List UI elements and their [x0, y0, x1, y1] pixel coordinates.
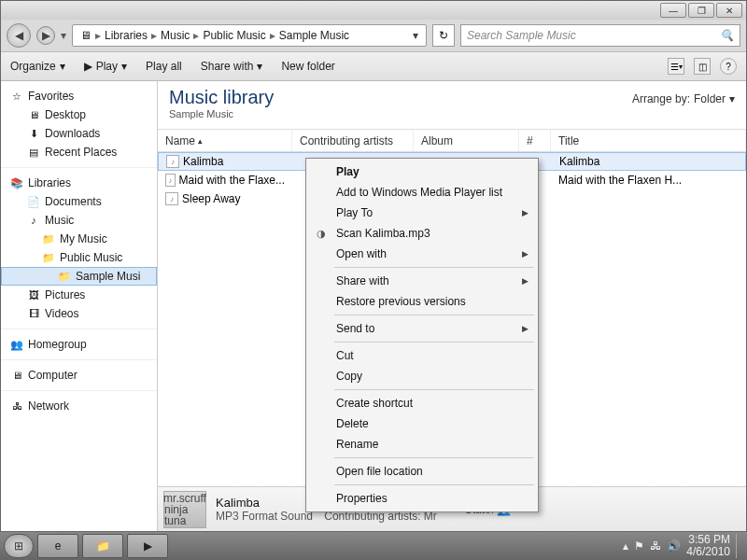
scan-icon: ◑ [314, 226, 329, 241]
recent-locations-dropdown-icon[interactable]: ▾ [61, 29, 66, 42]
menu-play[interactable]: Play [308, 161, 536, 182]
back-button[interactable]: ◀ [7, 23, 31, 48]
help-button[interactable]: ? [720, 58, 737, 75]
thumb-text: mr.scruff [163, 493, 206, 504]
tree-network[interactable]: 🖧Network [1, 397, 157, 415]
menu-play-to[interactable]: Play To▶ [308, 203, 536, 223]
audio-file-icon: ♪ [165, 192, 178, 205]
view-options-button[interactable]: ☰▾ [668, 58, 684, 75]
column-name[interactable]: Name ▴ [158, 130, 292, 151]
tree-documents[interactable]: 📄Documents [1, 192, 157, 211]
navigation-pane[interactable]: ☆Favorites 🖥Desktop ⬇Downloads ▤Recent P… [1, 81, 158, 531]
menu-delete[interactable]: Delete [308, 413, 536, 434]
title-bar: — ❐ ✕ [1, 1, 746, 20]
libraries-icon: 📚 [10, 176, 23, 189]
arrange-label: Arrange by: [632, 92, 690, 105]
tree-label: Computer [28, 369, 78, 382]
taskbar-ie-button[interactable]: e [37, 534, 78, 558]
menu-send-to[interactable]: Send to▶ [308, 318, 536, 339]
search-box[interactable]: Search Sample Music 🔍 [460, 24, 740, 47]
menu-separator [334, 484, 534, 485]
share-with-menu[interactable]: Share with ▾ [201, 60, 263, 73]
new-folder-button[interactable]: New folder [281, 60, 334, 73]
ie-icon: e [55, 539, 62, 553]
tree-sample-music[interactable]: 📁Sample Musi [1, 267, 157, 286]
explorer-body: ☆Favorites 🖥Desktop ⬇Downloads ▤Recent P… [1, 81, 746, 531]
forward-button[interactable]: ▶ [36, 26, 55, 45]
file-name: Kalimba [183, 155, 223, 168]
command-bar: Organize ▾ ▶ Play ▾ Play all Share with … [1, 51, 746, 81]
thumb-text: ninja tuna [164, 504, 205, 526]
breadcrumb-public-music[interactable]: Public Music [199, 29, 269, 42]
tree-label: Documents [45, 195, 102, 208]
tree-homegroup[interactable]: 👥Homegroup [1, 335, 157, 354]
tree-videos[interactable]: 🎞Videos [1, 304, 157, 323]
column-artists[interactable]: Contributing artists [292, 130, 414, 151]
tree-label: Homegroup [28, 338, 87, 351]
menu-share-with[interactable]: Share with▶ [308, 271, 536, 291]
menu-separator [334, 342, 534, 343]
menu-scan[interactable]: ◑Scan Kalimba.mp3 [308, 223, 536, 244]
tray-hidden-icons-icon[interactable]: ▴ [623, 539, 628, 553]
breadcrumb-libraries[interactable]: Libraries [101, 29, 151, 42]
tree-computer[interactable]: 🖥Computer [1, 366, 157, 385]
menu-open-with[interactable]: Open with▶ [308, 244, 536, 264]
start-button[interactable]: ⊞ [4, 534, 34, 558]
tree-pictures[interactable]: 🖼Pictures [1, 286, 157, 304]
tree-desktop[interactable]: 🖥Desktop [1, 105, 157, 124]
tree-my-music[interactable]: 📁My Music [1, 230, 157, 248]
column-track-number[interactable]: # [519, 130, 551, 151]
file-name: Maid with the Flaxe... [179, 174, 285, 187]
system-tray[interactable]: ▴ ⚑ 🖧 🔊 3:56 PM 4/6/2010 [623, 534, 743, 558]
column-title[interactable]: Title [551, 130, 746, 151]
show-desktop-button[interactable] [736, 534, 743, 558]
tree-label: Downloads [45, 127, 100, 140]
file-name: Sleep Away [182, 192, 241, 205]
menu-open-file-location[interactable]: Open file location [308, 461, 536, 482]
breadcrumb-dropdown-icon[interactable]: ▾ [409, 29, 422, 42]
nav-bar: ◀ ▶ ▾ 🖥 ▸ Libraries ▸ Music ▸ Public Mus… [1, 20, 746, 51]
column-album[interactable]: Album [414, 130, 519, 151]
tree-downloads[interactable]: ⬇Downloads [1, 124, 157, 143]
volume-icon[interactable]: 🔊 [667, 539, 681, 553]
tree-recent-places[interactable]: ▤Recent Places [1, 143, 157, 161]
arrange-by-menu[interactable]: Arrange by: Folder ▾ [632, 92, 735, 105]
search-icon: 🔍 [720, 29, 734, 42]
menu-create-shortcut[interactable]: Create shortcut [308, 393, 536, 413]
taskbar-wmp-button[interactable]: ▶ [127, 534, 168, 558]
organize-menu[interactable]: Organize ▾ [10, 60, 65, 73]
taskbar-explorer-button[interactable]: 📁 [82, 534, 123, 558]
tree-public-music[interactable]: 📁Public Music [1, 248, 157, 267]
breadcrumb-sample-music[interactable]: Sample Music [275, 29, 353, 42]
menu-properties[interactable]: Properties [308, 488, 536, 509]
menu-restore-versions[interactable]: Restore previous versions [308, 291, 536, 312]
play-menu[interactable]: ▶ Play ▾ [84, 60, 127, 73]
close-button[interactable]: ✕ [716, 3, 742, 18]
menu-rename[interactable]: Rename [308, 434, 536, 455]
breadcrumb-music[interactable]: Music [157, 29, 193, 42]
network-icon: 🖧 [10, 399, 23, 413]
network-icon[interactable]: 🖧 [650, 539, 661, 553]
minimize-button[interactable]: — [660, 3, 686, 18]
folder-icon: 📁 [96, 539, 110, 553]
folder-icon: 📁 [42, 232, 55, 245]
breadcrumb[interactable]: 🖥 ▸ Libraries ▸ Music ▸ Public Music ▸ S… [72, 24, 427, 47]
taskbar-clock[interactable]: 3:56 PM 4/6/2010 [686, 534, 730, 558]
forward-arrow-icon: ▶ [42, 29, 50, 42]
tree-label: Videos [45, 307, 78, 320]
submenu-arrow-icon: ▶ [522, 249, 529, 259]
play-all-button[interactable]: Play all [146, 60, 182, 73]
maximize-button[interactable]: ❐ [688, 3, 714, 18]
preview-pane-button[interactable]: ◫ [694, 58, 711, 75]
tree-libraries[interactable]: 📚Libraries [1, 174, 157, 192]
menu-copy[interactable]: Copy [308, 366, 536, 386]
action-center-icon[interactable]: ⚑ [634, 539, 644, 553]
menu-add-to-wmp[interactable]: Add to Windows Media Player list [308, 182, 536, 203]
tree-favorites[interactable]: ☆Favorites [1, 87, 157, 105]
refresh-button[interactable]: ↻ [432, 24, 455, 47]
menu-label: Share with [336, 274, 389, 287]
context-menu: Play Add to Windows Media Player list Pl… [305, 158, 539, 512]
tree-music[interactable]: ♪Music [1, 211, 157, 230]
breadcrumb-root-icon[interactable]: 🖥 [77, 29, 95, 42]
menu-cut[interactable]: Cut [308, 345, 536, 366]
